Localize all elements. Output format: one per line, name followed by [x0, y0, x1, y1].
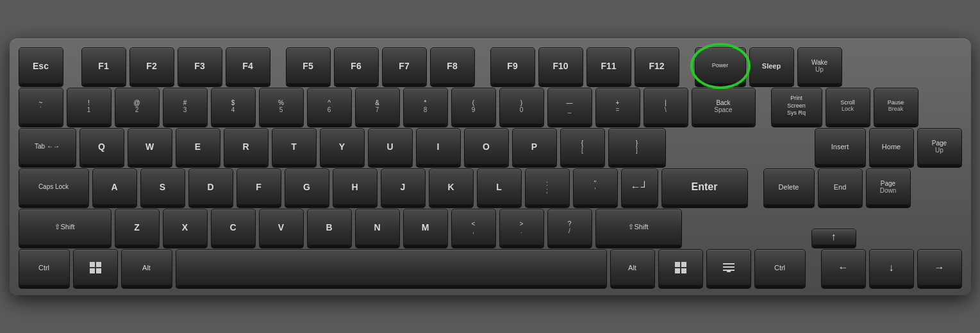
key-backspace[interactable]: BackSpace [692, 88, 756, 125]
key-power[interactable]: Power [695, 47, 746, 85]
key-d[interactable]: D [188, 168, 233, 206]
key-4[interactable]: $4 [211, 88, 256, 125]
key-f4[interactable]: F4 [226, 47, 270, 85]
key-e[interactable]: E [176, 128, 220, 165]
fn-row: Esc F1 F2 F3 F4 F5 F6 F7 F8 F9 F10 F11 F… [19, 47, 962, 85]
key-tab[interactable]: Tab ←→ [19, 128, 76, 165]
key-capslock[interactable]: Caps Lock [19, 168, 89, 206]
key-f7[interactable]: F7 [382, 47, 427, 85]
key-up-arrow[interactable]: ↑ [811, 229, 856, 246]
key-k[interactable]: K [429, 168, 474, 206]
svg-rect-10 [723, 270, 735, 271]
key-equal[interactable]: += [595, 88, 640, 125]
key-minus[interactable]: —_ [547, 88, 592, 125]
key-w[interactable]: W [128, 128, 172, 165]
svg-rect-3 [96, 268, 101, 273]
key-7[interactable]: &7 [355, 88, 400, 125]
key-p[interactable]: P [512, 128, 557, 165]
key-5[interactable]: %5 [259, 88, 304, 125]
key-h[interactable]: H [333, 168, 378, 206]
key-g[interactable]: G [285, 168, 329, 206]
key-pageup[interactable]: PageUp [917, 128, 962, 165]
key-enter[interactable]: Enter [661, 168, 748, 206]
key-slash[interactable]: ?/ [547, 209, 592, 246]
key-u[interactable]: U [368, 128, 413, 165]
key-left-shift[interactable]: ⇧Shift [19, 209, 112, 246]
key-a[interactable]: A [92, 168, 137, 206]
key-2[interactable]: @2 [115, 88, 160, 125]
key-end[interactable]: End [818, 168, 863, 206]
key-tilde[interactable]: ~` [19, 88, 63, 125]
key-c[interactable]: C [211, 209, 256, 246]
key-lbrace[interactable]: {[ [560, 128, 605, 165]
key-rbrace[interactable]: }] [608, 128, 666, 165]
key-3[interactable]: #3 [163, 88, 208, 125]
key-pausebreak[interactable]: PauseBreak [874, 88, 918, 125]
key-delete[interactable]: Delete [763, 168, 815, 206]
key-printscreen[interactable]: PrintScreenSys Rq [771, 88, 822, 125]
key-f10[interactable]: F10 [538, 47, 583, 85]
key-m[interactable]: M [403, 209, 448, 246]
key-8[interactable]: *8 [403, 88, 448, 125]
key-sleep[interactable]: Sleep [749, 47, 794, 85]
key-q[interactable]: Q [79, 128, 124, 165]
key-pipe[interactable]: |\ [644, 88, 688, 125]
key-right-win[interactable] [658, 249, 703, 286]
key-j[interactable]: J [381, 168, 426, 206]
key-f9[interactable]: F9 [490, 47, 535, 85]
key-o[interactable]: O [464, 128, 509, 165]
key-9[interactable]: (9 [451, 88, 496, 125]
key-f8[interactable]: F8 [430, 47, 475, 85]
key-f12[interactable]: F12 [635, 47, 679, 85]
key-t[interactable]: T [272, 128, 317, 165]
key-period[interactable]: >. [499, 209, 544, 246]
key-pagedown[interactable]: PageDown [866, 168, 911, 206]
key-enter-arrow[interactable]: ←┘ [621, 168, 658, 206]
key-insert[interactable]: Insert [815, 128, 866, 165]
windows-icon [89, 261, 102, 274]
key-v[interactable]: V [259, 209, 304, 246]
key-f2[interactable]: F2 [129, 47, 174, 85]
key-scrolllock[interactable]: ScrollLock [826, 88, 870, 125]
key-left-win[interactable] [73, 249, 118, 286]
key-quote[interactable]: "' [573, 168, 618, 206]
key-left-arrow[interactable]: ← [821, 249, 866, 286]
key-menu[interactable] [706, 249, 751, 286]
key-b[interactable]: B [307, 209, 352, 246]
keyboard: Esc F1 F2 F3 F4 F5 F6 F7 F8 F9 F10 F11 F… [10, 38, 971, 295]
key-wakeup[interactable]: WakeUp [797, 47, 842, 85]
key-right-ctrl[interactable]: Ctrl [754, 249, 806, 286]
svg-rect-9 [723, 266, 735, 268]
key-left-ctrl[interactable]: Ctrl [19, 249, 70, 286]
key-space[interactable] [176, 249, 607, 286]
key-y[interactable]: Y [320, 128, 365, 165]
key-f5[interactable]: F5 [286, 47, 331, 85]
key-n[interactable]: N [355, 209, 400, 246]
key-z[interactable]: Z [115, 209, 160, 246]
key-f[interactable]: F [237, 168, 281, 206]
key-x[interactable]: X [163, 209, 208, 246]
menu-icon [723, 263, 735, 272]
key-home[interactable]: Home [869, 128, 914, 165]
key-1[interactable]: !1 [67, 88, 112, 125]
key-f11[interactable]: F11 [586, 47, 631, 85]
key-comma[interactable]: <, [451, 209, 496, 246]
key-esc[interactable]: Esc [19, 47, 63, 85]
key-f6[interactable]: F6 [334, 47, 379, 85]
key-f1[interactable]: F1 [81, 47, 126, 85]
qwerty-row: Tab ←→ Q W E R T Y U I O P {[ }] Insert … [19, 128, 962, 165]
key-down-arrow[interactable]: ↓ [869, 249, 914, 286]
key-left-alt[interactable]: Alt [121, 249, 172, 286]
key-right-shift[interactable]: ⇧Shift [595, 209, 682, 246]
key-s[interactable]: S [140, 168, 185, 206]
key-r[interactable]: R [224, 128, 269, 165]
key-0[interactable]: )0 [499, 88, 544, 125]
key-i[interactable]: I [416, 128, 461, 165]
svg-rect-4 [675, 262, 680, 267]
key-right-arrow[interactable]: → [917, 249, 962, 286]
key-f3[interactable]: F3 [178, 47, 222, 85]
key-6[interactable]: ^6 [307, 88, 352, 125]
key-semicolon[interactable]: :; [525, 168, 570, 206]
key-l[interactable]: L [477, 168, 522, 206]
key-right-alt[interactable]: Alt [610, 249, 655, 286]
